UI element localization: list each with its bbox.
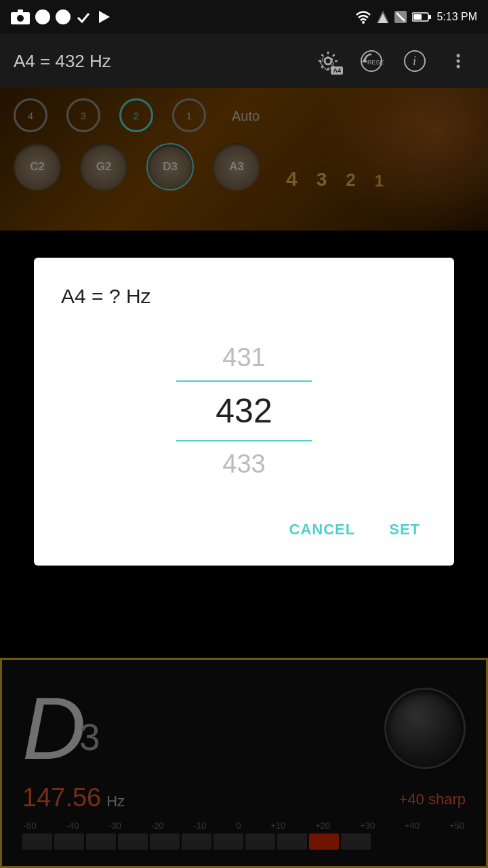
svg-text:i: i (413, 54, 416, 68)
wifi-icon (355, 10, 371, 24)
picker-current-value: 432 (61, 382, 427, 440)
more-button[interactable] (442, 45, 474, 77)
svg-rect-11 (413, 14, 422, 20)
set-button[interactable]: SET (382, 514, 427, 545)
reset-button[interactable]: RESET (355, 45, 388, 77)
svg-point-2 (17, 15, 24, 22)
more-icon (449, 52, 468, 71)
svg-text:RESET: RESET (367, 59, 384, 66)
svg-rect-10 (428, 15, 431, 19)
picker-next-value: 433 (61, 441, 427, 487)
blocked-icon (394, 11, 407, 23)
frequency-dialog: A4 = ? Hz 431 432 433 CANCEL SET (34, 258, 454, 566)
svg-point-21 (457, 65, 460, 68)
value-picker[interactable]: 431 432 433 (61, 335, 427, 487)
battery-icon (412, 12, 431, 22)
info-button[interactable]: i (399, 45, 431, 77)
a4-badge: A4 (331, 66, 343, 75)
camera-icon (11, 9, 30, 24)
reset-icon: RESET (359, 49, 384, 73)
play-icon (96, 9, 111, 24)
status-bar-left (11, 9, 111, 24)
svg-point-20 (457, 60, 460, 63)
svg-point-19 (457, 54, 460, 58)
svg-marker-15 (362, 58, 367, 62)
status-bar: 5:13 PM (0, 0, 488, 34)
app-toolbar: A4 = 432 Hz A4 RESET i (0, 34, 488, 88)
svg-marker-3 (99, 11, 110, 23)
signal-icon (377, 11, 389, 23)
status-bar-right: 5:13 PM (355, 10, 477, 24)
svg-point-13 (325, 58, 331, 64)
toolbar-title: A4 = 432 Hz (14, 51, 301, 72)
svg-point-4 (362, 21, 365, 24)
info-icon: i (403, 50, 426, 73)
dialog-title: A4 = ? Hz (61, 285, 427, 308)
dialog-buttons: CANCEL SET (61, 514, 427, 545)
svg-rect-1 (18, 9, 23, 13)
cancel-button[interactable]: CANCEL (283, 514, 363, 545)
circle-icon-1 (35, 9, 50, 24)
circle-icon-2 (56, 9, 70, 24)
status-time: 5:13 PM (436, 11, 477, 23)
settings-button[interactable]: A4 (312, 45, 344, 77)
check-icon (76, 9, 91, 24)
picker-prev-value: 431 (61, 335, 427, 380)
